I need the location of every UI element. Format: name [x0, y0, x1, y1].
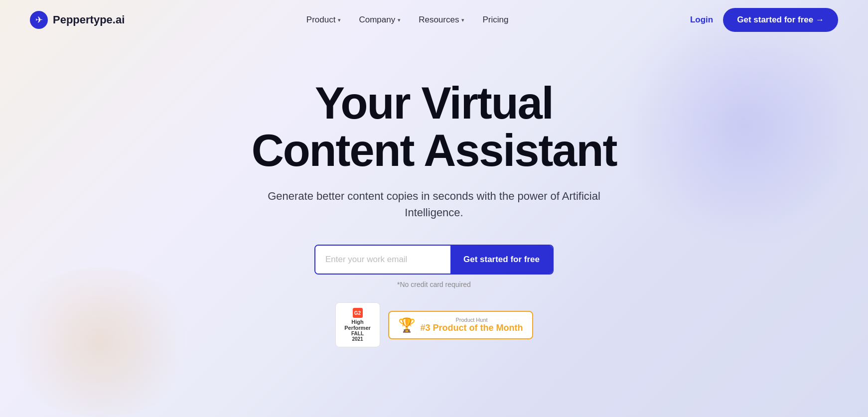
hero-title-line2: Content Assistant	[252, 126, 617, 175]
g2-badge-top: G2	[353, 308, 363, 318]
ph-text: Product Hunt #3 Product of the Month	[421, 317, 523, 333]
nav-product-label: Product	[306, 15, 336, 25]
page-wrapper: ✈ Peppertype.ai Product ▾ Company ▾ Reso…	[0, 0, 868, 417]
logo-area[interactable]: ✈ Peppertype.ai	[30, 11, 125, 29]
logo-text: Peppertype.ai	[53, 13, 125, 26]
hero-title-line1: Your Virtual	[315, 78, 553, 128]
g2-year: 2021	[352, 336, 363, 342]
nav-resources[interactable]: Resources ▾	[419, 15, 464, 25]
nav-resources-label: Resources	[419, 15, 459, 25]
logo-icon: ✈	[30, 11, 48, 29]
chevron-down-icon: ▾	[338, 17, 341, 23]
nav-pricing-label: Pricing	[482, 15, 508, 25]
nav-company-label: Company	[359, 15, 395, 25]
product-hunt-badge: 🏆 Product Hunt #3 Product of the Month	[388, 311, 533, 339]
login-button[interactable]: Login	[690, 15, 713, 25]
nav-pricing[interactable]: Pricing	[482, 15, 508, 25]
g2-logo: G2	[353, 308, 363, 318]
hero-section: Your Virtual Content Assistant Generate …	[0, 40, 868, 347]
nav-actions: Login Get started for free →	[690, 8, 838, 32]
ph-rank: #3 Product of the Month	[421, 323, 523, 333]
get-started-nav-button[interactable]: Get started for free →	[723, 8, 838, 32]
g2-high-performer: High	[351, 319, 363, 325]
chevron-down-icon: ▾	[461, 17, 464, 23]
get-started-hero-button[interactable]: Get started for free	[450, 246, 553, 274]
ph-label: Product Hunt	[421, 317, 523, 323]
badges-row: G2 High Performer FALL 2021 🏆 Product Hu…	[335, 302, 533, 347]
email-input[interactable]	[315, 246, 450, 274]
g2-season: FALL	[351, 331, 364, 336]
nav-product[interactable]: Product ▾	[306, 15, 341, 25]
navbar: ✈ Peppertype.ai Product ▾ Company ▾ Reso…	[0, 0, 868, 40]
chevron-down-icon: ▾	[398, 17, 401, 23]
hero-title: Your Virtual Content Assistant	[252, 80, 617, 174]
hero-subtitle: Generate better content copies in second…	[245, 188, 623, 221]
g2-performer: Performer	[344, 325, 371, 331]
trophy-icon: 🏆	[398, 317, 416, 333]
nav-company[interactable]: Company ▾	[359, 15, 401, 25]
no-credit-card-text: *No credit card required	[397, 280, 471, 288]
email-form: Get started for free	[314, 245, 554, 275]
nav-links: Product ▾ Company ▾ Resources ▾ Pricing	[306, 15, 509, 25]
g2-badge: G2 High Performer FALL 2021	[335, 302, 380, 347]
